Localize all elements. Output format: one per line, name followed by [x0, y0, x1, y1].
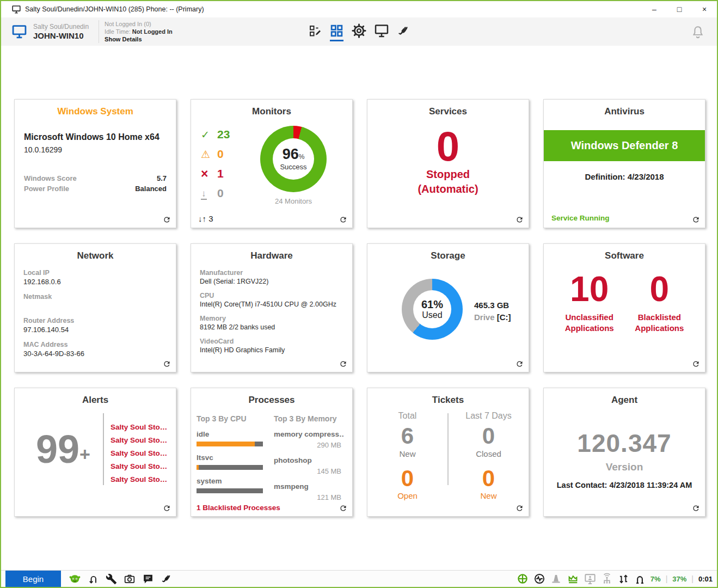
refresh-icon[interactable]: [339, 216, 347, 224]
alerts-count[interactable]: 99+: [22, 430, 104, 469]
show-details-link[interactable]: Show Details: [105, 35, 173, 43]
repeat-icon[interactable]: [618, 573, 629, 585]
disabled-download-icon: ↓: [201, 187, 217, 200]
power-profile-value: Balanced: [135, 184, 167, 194]
power-plug-icon[interactable]: [397, 24, 410, 41]
power-profile-label: Power Profile: [24, 184, 69, 194]
manufacturer-value: Dell (Serial: 1RGVJ22): [200, 278, 343, 286]
tile-windows-system: Windows System Microsoft Windows 10 Home…: [14, 99, 176, 228]
refresh-icon[interactable]: [339, 360, 347, 368]
remote-desktop-icon[interactable]: [584, 573, 596, 585]
tile-services: Services 0 Stopped (Automatic): [367, 99, 529, 228]
storage-used-caption: Used: [422, 310, 442, 320]
alert-link[interactable]: Salty Soul Sto…: [111, 421, 171, 434]
refresh-icon[interactable]: [692, 504, 700, 512]
sort-arrows-icon: ↓↑: [198, 214, 206, 223]
blacklisted-processes-link[interactable]: 1 Blacklisted Processes: [197, 504, 280, 512]
wrench-icon[interactable]: [106, 573, 117, 585]
alerts-count-plus: +: [79, 444, 90, 464]
tile-hardware: Hardware ManufacturerDell (Serial: 1RGVJ…: [191, 243, 353, 372]
refresh-icon[interactable]: [163, 504, 171, 512]
agent-last-contact: Last Contact: 4/23/2018 11:39:24 AM: [544, 481, 705, 489]
automate-mascot-icon[interactable]: [69, 573, 81, 585]
refresh-icon[interactable]: [163, 360, 171, 368]
services-stopped-label: Stopped: [367, 167, 529, 182]
magnet-icon[interactable]: [634, 573, 646, 585]
refresh-icon[interactable]: [163, 216, 171, 224]
camera-icon[interactable]: [124, 573, 136, 585]
local-ip-label: Local IP: [23, 269, 167, 277]
power-plug-icon[interactable]: [161, 573, 173, 585]
warning-icon: ⚠: [201, 148, 217, 161]
idle-time-label: Idle Time:: [105, 28, 131, 35]
monitors-success-pct: 96: [283, 146, 299, 162]
begin-button[interactable]: Begin: [5, 571, 61, 587]
tickets-closed-count[interactable]: 0: [449, 423, 529, 449]
alert-link[interactable]: Salty Soul Sto…: [111, 473, 171, 486]
edit-tiles-icon[interactable]: [309, 24, 322, 41]
refresh-icon[interactable]: [339, 504, 347, 512]
cpu-bar: [197, 488, 263, 493]
monitors-total-label: Monitors: [285, 197, 312, 205]
tickets-closed-label: Closed: [449, 449, 529, 458]
monitors-disabled-count[interactable]: 0: [217, 187, 224, 200]
tile-tickets: Tickets Total 6 New 0 Open Last 7 Days 0…: [367, 388, 529, 517]
cpu-percent: 7%: [651, 575, 661, 583]
cpu-process-name: idle: [197, 430, 266, 438]
monitors-donut-caption: Success: [280, 163, 306, 171]
tile-alerts: Alerts 99+ Salty Soul Sto… Salty Soul St…: [14, 388, 176, 517]
remote-monitor-icon[interactable]: [375, 24, 389, 41]
check-icon: ✓: [201, 128, 217, 141]
blacklisted-apps-block[interactable]: 0 BlacklistedApplications: [635, 271, 684, 334]
alert-link[interactable]: Salty Soul Sto…: [111, 434, 171, 447]
unclassified-count: 10: [565, 271, 614, 308]
close-button[interactable]: ×: [692, 1, 717, 17]
redo-arrow-icon[interactable]: [88, 573, 99, 585]
memory-label: Memory: [200, 315, 343, 322]
logged-in-status: Not Logged In (0): [105, 20, 173, 28]
refresh-icon[interactable]: [692, 216, 700, 224]
refresh-icon[interactable]: [692, 360, 700, 368]
monitors-warning-count[interactable]: 0: [217, 148, 224, 161]
refresh-icon[interactable]: [516, 504, 524, 512]
tickets-week-new-count[interactable]: 0: [449, 466, 529, 491]
unclassified-label-line2: Applications: [565, 323, 614, 333]
tile-agent: Agent 120.347 Version Last Contact: 4/23…: [543, 388, 705, 517]
tile-title: Storage: [367, 250, 529, 261]
target-icon[interactable]: [517, 573, 529, 585]
alert-link[interactable]: Salty Soul Sto…: [111, 447, 171, 460]
network-antenna-icon[interactable]: [601, 573, 613, 585]
cpu-value: Intel(R) Core(TM) i7-4510U CPU @ 2.00GHz: [200, 301, 343, 309]
crown-chart-icon[interactable]: [567, 573, 579, 585]
refresh-icon[interactable]: [516, 216, 524, 224]
unclassified-apps-block[interactable]: 10 UnclassifiedApplications: [565, 271, 614, 334]
activity-icon[interactable]: [533, 573, 545, 585]
divider: [103, 413, 104, 485]
tickets-open-count[interactable]: 0: [367, 466, 447, 491]
app-window: Salty Soul/Dunedin/JOHN-WIN10 (285) Phon…: [0, 0, 718, 588]
tile-title: Windows System: [15, 106, 176, 117]
unclassified-label-line1: Unclassified: [565, 313, 613, 322]
mac-address-value: 30-3A-64-9D-83-66: [23, 350, 167, 358]
minimize-button[interactable]: –: [642, 1, 667, 17]
cone-icon[interactable]: [550, 573, 562, 585]
alert-link[interactable]: Salty Soul Sto…: [111, 460, 171, 473]
memory-process-value: 145 MB: [274, 467, 343, 475]
maximize-button[interactable]: □: [667, 1, 692, 17]
tickets-new-count[interactable]: 6: [367, 423, 447, 449]
chat-icon[interactable]: [142, 573, 154, 585]
settings-gear-icon[interactable]: [352, 23, 366, 42]
cpu-column-header: Top 3 By CPU: [197, 414, 266, 423]
monitors-failed-count[interactable]: 1: [217, 167, 224, 180]
os-name: Microsoft Windows 10 Home x64: [24, 132, 167, 142]
tickets-open-label: Open: [367, 491, 447, 500]
login-status-block: Not Logged In (0) Idle Time: Not Logged …: [105, 20, 173, 44]
tile-view-icon[interactable]: [330, 24, 343, 41]
services-stopped-count[interactable]: 0: [367, 126, 529, 167]
tile-title: Services: [367, 106, 529, 117]
refresh-icon[interactable]: [516, 360, 524, 368]
bell-icon[interactable]: [691, 25, 705, 40]
antivirus-product-banner[interactable]: Windows Defender 8: [544, 130, 705, 161]
netmask-value: [23, 302, 167, 310]
monitors-success-count[interactable]: 23: [217, 128, 230, 141]
